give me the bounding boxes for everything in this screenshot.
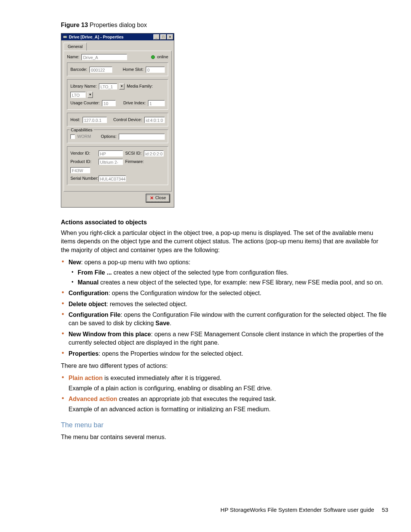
body-text: : removes the selected object.: [107, 301, 188, 307]
menubar-text: The menu bar contains several menus.: [61, 433, 388, 441]
page-number: 53: [382, 506, 388, 513]
footer-text: HP StorageWorks File System Extender Sof…: [220, 506, 374, 513]
homeslot-field[interactable]: 0: [146, 67, 165, 73]
mediafam-label: Media Family:: [127, 83, 153, 89]
body-text: creates a new object of the selected typ…: [99, 279, 383, 286]
minimize-button[interactable]: _: [153, 34, 159, 40]
firmware-field[interactable]: F43W: [70, 167, 90, 173]
maximize-button[interactable]: □: [160, 34, 166, 40]
dialog-title: Drive [Drive_A] - Properties: [69, 34, 124, 40]
bold-text: New Window from this place: [68, 331, 151, 337]
serial-label: Serial Number:: [70, 176, 96, 181]
body-text: creates a new object of the selected typ…: [112, 269, 288, 276]
body-text: is executed immediately after it is trig…: [103, 375, 221, 381]
firmware-label: Firmware:: [125, 159, 144, 165]
svg-point-1: [66, 37, 67, 37]
mediafam-field[interactable]: LTO: [70, 92, 86, 98]
figure-label: Figure 13: [61, 22, 88, 28]
dialog-titlebar[interactable]: Drive [Drive_A] - Properties _ □ ×: [61, 34, 174, 40]
usage-label: Usage Counter:: [70, 100, 100, 106]
close-icon: ✕: [150, 195, 154, 201]
mediafam-dropdown-icon[interactable]: ▼: [88, 92, 93, 98]
status-dot-icon: [151, 55, 155, 59]
list-item: Manual creates a new object of the selec…: [78, 278, 388, 287]
list-item: From File ... creates a new object of th…: [78, 268, 388, 277]
product-label: Product ID:: [70, 159, 96, 165]
worm-label: WORM: [77, 134, 91, 139]
list-item: Configuration: opens the Configuration w…: [68, 289, 388, 297]
bold-text: New: [68, 259, 81, 265]
body-text: creates an appropriate job that executes…: [117, 396, 276, 402]
bold-text: Delete object: [68, 301, 107, 307]
bold-text: Manual: [78, 279, 99, 286]
close-x-button[interactable]: ×: [167, 34, 173, 40]
two-types-text: There are two different types of actions…: [61, 362, 388, 370]
vendor-group: Vendor ID: HP SCSI ID: id:2:0:2:0 Produc…: [67, 146, 168, 185]
scsi-label: SCSI ID:: [125, 150, 142, 156]
serial-field[interactable]: HUL4C07344: [99, 176, 126, 182]
list-item: Plain action is executed immediately aft…: [68, 374, 388, 393]
close-button[interactable]: ✕ Close: [146, 194, 170, 203]
body-text: .: [170, 320, 171, 326]
vendor-label: Vendor ID:: [70, 150, 96, 156]
figure-caption-text: Properties dialog box: [90, 22, 147, 28]
list-item: Advanced action creates an appropriate j…: [68, 395, 388, 414]
ctrldev-label: Control Device:: [113, 117, 142, 123]
actions-heading: Actions associated to objects: [61, 218, 388, 227]
properties-dialog: Drive [Drive_A] - Properties _ □ × Gener…: [61, 33, 174, 207]
usage-field[interactable]: 10: [102, 100, 116, 106]
body-text: Example of a plain action is configuring…: [68, 384, 388, 393]
bold-text: Configuration File: [68, 312, 121, 318]
menubar-heading: The menu bar: [61, 420, 388, 430]
libname-dropdown-icon[interactable]: ▼: [119, 83, 124, 89]
name-field[interactable]: Drive_A: [81, 54, 127, 60]
bold-text: From File ...: [78, 269, 112, 276]
vendor-field[interactable]: HP: [99, 150, 123, 157]
host-field[interactable]: 127.0.0.1: [83, 117, 107, 123]
figure-caption: Figure 13 Properties dialog box: [61, 21, 388, 29]
body-text: Example of an advanced action is formatt…: [68, 405, 388, 414]
host-label: Host:: [70, 117, 80, 123]
action-types-list: Plain action is executed immediately aft…: [61, 374, 388, 414]
capabilities-group: Capabilities WORM Options:: [67, 129, 168, 143]
actions-intro: When you right-click a particular object…: [61, 229, 388, 254]
list-item: Delete object: removes the selected obje…: [68, 300, 388, 308]
capabilities-legend: Capabilities: [70, 127, 94, 133]
driveidx-label: Drive Index:: [123, 100, 146, 106]
barcode-label: Barcode:: [70, 67, 87, 72]
list-item: New Window from this place: opens a new …: [68, 330, 388, 347]
options-label: Options:: [101, 134, 116, 139]
host-group: Host: 127.0.0.1 Control Device: id:4:0:1…: [67, 113, 168, 126]
libname-label: Library Name:: [70, 83, 97, 89]
ctrldev-field[interactable]: id:4:0:1:0: [144, 117, 165, 123]
advanced-action-label: Advanced action: [68, 396, 117, 402]
body-text: : opens the Configuration window for the…: [108, 290, 261, 296]
driveidx-field[interactable]: 1: [148, 100, 165, 106]
list-item: Configuration File: opens the Configurat…: [68, 311, 388, 328]
tab-general[interactable]: General: [64, 43, 87, 50]
bold-text: Configuration: [68, 290, 108, 296]
drive-icon: [63, 35, 67, 39]
barcode-field[interactable]: 000122: [89, 67, 112, 73]
library-group: Library Name: LTO_1 ▼ Media Family: LTO …: [67, 79, 168, 110]
scsi-field[interactable]: id:2:0:2:0: [144, 150, 164, 157]
list-item: New: opens a pop-up menu with two option…: [68, 258, 388, 287]
barcode-group: Barcode: 000122 Home Slot: 0: [67, 62, 168, 76]
body-text: : opens a pop-up menu with two options:: [81, 259, 190, 265]
page-footer: HP StorageWorks File System Extender Sof…: [220, 506, 388, 514]
bold-text: Properties: [68, 350, 99, 357]
body-text: : opens the Properties window for the se…: [99, 350, 243, 357]
libname-field[interactable]: LTO_1: [99, 83, 117, 89]
plain-action-label: Plain action: [68, 375, 103, 381]
bold-text: Save: [156, 320, 170, 326]
options-field[interactable]: [119, 134, 165, 140]
name-label: Name:: [67, 54, 79, 60]
close-button-label: Close: [155, 195, 166, 201]
product-field[interactable]: Ultrium 2-SCSI: [99, 159, 123, 165]
homeslot-label: Home Slot:: [123, 67, 143, 72]
status-text: online: [157, 54, 168, 60]
list-item: Properties: opens the Properties window …: [68, 350, 388, 358]
worm-checkbox[interactable]: [70, 134, 75, 139]
actions-list: New: opens a pop-up menu with two option…: [61, 258, 388, 358]
